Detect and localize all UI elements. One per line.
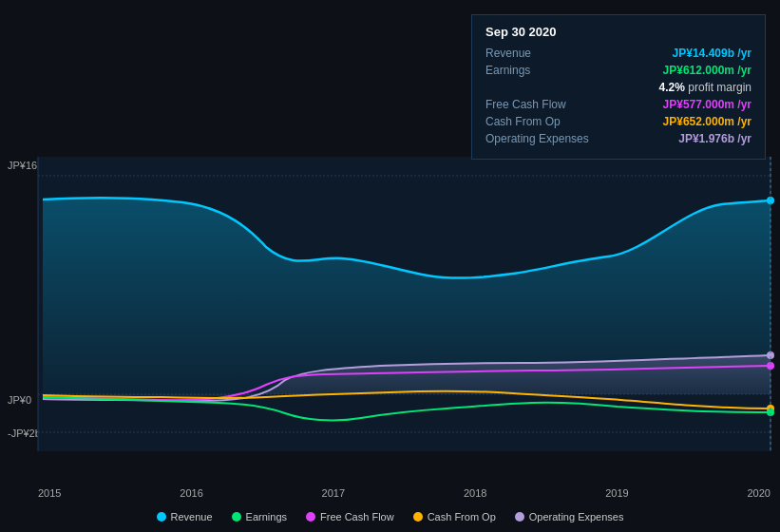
legend-label-earnings: Earnings — [246, 511, 287, 522]
x-label-2019: 2019 — [605, 487, 628, 499]
legend-earnings[interactable]: Earnings — [232, 511, 287, 522]
tooltip-title: Sep 30 2020 — [485, 25, 751, 39]
legend-label-fcf: Free Cash Flow — [320, 511, 394, 522]
x-label-2017: 2017 — [322, 487, 345, 499]
legend-dot-opex — [515, 512, 524, 522]
x-label-2015: 2015 — [38, 487, 61, 499]
tooltip-opex-value: JP¥1.976b /yr — [678, 132, 751, 145]
tooltip-cfo-label: Cash From Op — [485, 115, 561, 128]
tooltip-earnings-value: JP¥612.000m /yr — [663, 64, 751, 77]
legend-label-opex: Operating Expenses — [529, 511, 624, 522]
tooltip-cfo-row: Cash From Op JP¥652.000m /yr — [485, 115, 751, 128]
tooltip-fcf-value: JP¥577.000m /yr — [663, 98, 751, 111]
tooltip-earnings-label: Earnings — [485, 64, 530, 77]
x-label-2016: 2016 — [180, 487, 202, 499]
tooltip-fcf-row: Free Cash Flow JP¥577.000m /yr — [485, 98, 751, 111]
tooltip-opex-label: Operating Expenses — [485, 132, 589, 145]
legend-dot-cfo — [413, 512, 423, 522]
tooltip-opex-row: Operating Expenses JP¥1.976b /yr — [485, 132, 751, 145]
legend-fcf[interactable]: Free Cash Flow — [306, 511, 394, 522]
tooltip-margin-row: 4.2% profit margin — [485, 81, 751, 94]
tooltip-margin-text: 4.2% profit margin — [659, 81, 751, 94]
tooltip-revenue-label: Revenue — [485, 47, 531, 60]
legend-cfo[interactable]: Cash From Op — [413, 511, 496, 522]
legend-opex[interactable]: Operating Expenses — [515, 511, 624, 522]
tooltip-revenue-value: JP¥14.409b /yr — [673, 47, 751, 60]
tooltip-earnings-row: Earnings JP¥612.000m /yr — [485, 64, 751, 77]
legend-dot-fcf — [306, 512, 315, 522]
legend-dot-earnings — [232, 512, 241, 522]
chart-legend: Revenue Earnings Free Cash Flow Cash Fro… — [0, 511, 780, 522]
chart-container: Sep 30 2020 Revenue JP¥14.409b /yr Earni… — [0, 0, 780, 532]
legend-dot-revenue — [157, 512, 166, 522]
legend-label-revenue: Revenue — [171, 511, 213, 522]
x-label-2020: 2020 — [747, 487, 770, 499]
tooltip-cfo-value: JP¥652.000m /yr — [663, 115, 751, 128]
legend-revenue[interactable]: Revenue — [157, 511, 213, 522]
x-label-2018: 2018 — [464, 487, 486, 499]
tooltip-revenue-row: Revenue JP¥14.409b /yr — [485, 47, 751, 60]
legend-label-cfo: Cash From Op — [428, 511, 496, 522]
tooltip-box: Sep 30 2020 Revenue JP¥14.409b /yr Earni… — [471, 14, 766, 160]
x-axis: 2015 2016 2017 2018 2019 2020 — [38, 487, 770, 499]
tooltip-fcf-label: Free Cash Flow — [485, 98, 566, 111]
